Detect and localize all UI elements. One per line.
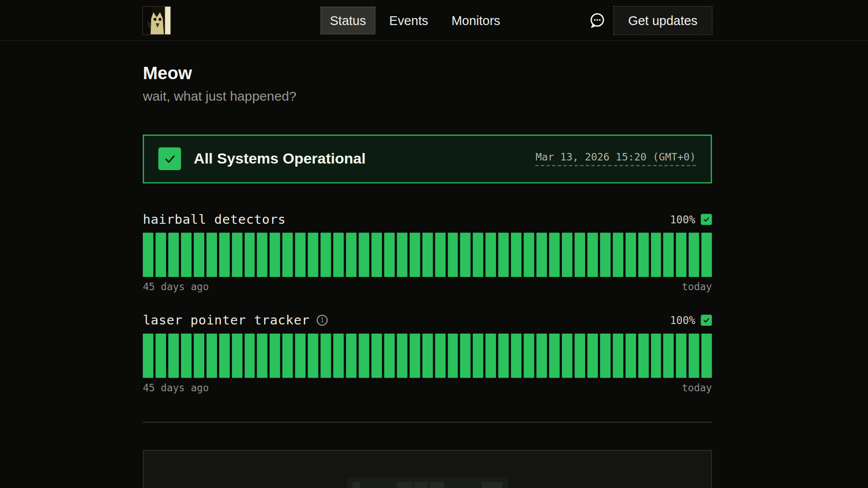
uptime-bar[interactable] [562, 233, 572, 277]
uptime-bar[interactable] [613, 233, 623, 277]
uptime-bar[interactable] [371, 333, 382, 378]
uptime-bar[interactable] [486, 333, 496, 378]
uptime-bar[interactable] [333, 233, 344, 277]
uptime-bar[interactable] [181, 233, 192, 277]
tab-monitors[interactable]: Monitors [442, 6, 510, 34]
uptime-bar[interactable] [638, 333, 648, 378]
tab-status[interactable]: Status [321, 6, 376, 34]
uptime-bar[interactable] [435, 333, 445, 378]
uptime-bar[interactable] [422, 333, 433, 378]
uptime-bar[interactable] [181, 333, 192, 378]
uptime-bar[interactable] [397, 233, 407, 277]
uptime-bar[interactable] [435, 233, 445, 277]
get-updates-button[interactable]: Get updates [613, 6, 712, 35]
uptime-bar[interactable] [663, 233, 674, 277]
uptime-bar[interactable] [422, 233, 433, 277]
uptime-bar[interactable] [333, 333, 344, 378]
uptime-bar[interactable] [308, 333, 318, 378]
uptime-bar[interactable] [282, 333, 293, 378]
uptime-bar[interactable] [219, 233, 230, 277]
uptime-bar[interactable] [651, 333, 661, 378]
uptime-bar[interactable] [460, 233, 471, 277]
uptime-bar[interactable] [143, 333, 153, 378]
uptime-bar[interactable] [587, 233, 598, 277]
uptime-bar[interactable] [156, 333, 166, 378]
uptime-bar[interactable] [397, 333, 407, 378]
uptime-bar[interactable] [270, 233, 280, 277]
uptime-bar[interactable] [524, 233, 534, 277]
uptime-bar[interactable] [257, 333, 268, 378]
uptime-bar[interactable] [295, 233, 306, 277]
uptime-bar[interactable] [575, 333, 585, 378]
uptime-bar[interactable] [460, 333, 471, 378]
uptime-bar[interactable] [270, 333, 280, 378]
uptime-bar[interactable] [638, 233, 648, 277]
uptime-bar[interactable] [536, 233, 547, 277]
uptime-bar[interactable] [371, 233, 382, 277]
uptime-bar[interactable] [676, 233, 687, 277]
uptime-bar[interactable] [231, 233, 242, 277]
uptime-bar[interactable] [651, 233, 661, 277]
uptime-bar[interactable] [206, 233, 217, 277]
uptime-bar[interactable] [702, 233, 712, 277]
info-icon[interactable]: i [317, 314, 328, 325]
uptime-bar[interactable] [549, 233, 560, 277]
uptime-bar[interactable] [676, 333, 687, 378]
uptime-bar[interactable] [346, 233, 357, 277]
uptime-bar[interactable] [168, 333, 179, 378]
uptime-bar[interactable] [409, 233, 420, 277]
uptime-bar[interactable] [600, 233, 611, 277]
uptime-bar[interactable] [321, 333, 331, 378]
uptime-bar[interactable] [321, 233, 331, 277]
uptime-bar[interactable] [244, 333, 255, 378]
uptime-bar[interactable] [409, 333, 420, 378]
uptime-bar-chart[interactable] [143, 333, 712, 378]
uptime-bar[interactable] [511, 333, 521, 378]
uptime-bar[interactable] [626, 233, 636, 277]
uptime-bar[interactable] [663, 333, 674, 378]
uptime-bar[interactable] [702, 333, 712, 378]
uptime-bar[interactable] [448, 233, 458, 277]
uptime-bar[interactable] [689, 233, 699, 277]
uptime-bar[interactable] [486, 233, 496, 277]
uptime-bar[interactable] [448, 333, 458, 378]
chat-bubble-icon[interactable] [588, 11, 606, 29]
uptime-bar[interactable] [295, 333, 306, 378]
uptime-bar[interactable] [613, 333, 623, 378]
uptime-bar[interactable] [689, 333, 699, 378]
uptime-bar[interactable] [384, 233, 394, 277]
uptime-bar[interactable] [156, 233, 166, 277]
uptime-bar[interactable] [168, 233, 179, 277]
uptime-bar[interactable] [359, 333, 369, 378]
uptime-bar[interactable] [282, 233, 293, 277]
uptime-bar[interactable] [244, 233, 255, 277]
uptime-bar[interactable] [498, 333, 509, 378]
uptime-bar[interactable] [206, 333, 217, 378]
uptime-bar[interactable] [473, 233, 484, 277]
status-timestamp[interactable]: Mar 13, 2026 15:20 (GMT+0) [535, 151, 696, 166]
tab-events[interactable]: Events [380, 6, 438, 34]
uptime-bar[interactable] [384, 333, 394, 378]
uptime-bar[interactable] [143, 233, 153, 277]
uptime-bar[interactable] [575, 233, 585, 277]
site-logo[interactable] [143, 6, 170, 34]
uptime-bar[interactable] [587, 333, 598, 378]
uptime-bar[interactable] [511, 233, 521, 277]
uptime-bar[interactable] [308, 233, 318, 277]
uptime-bar[interactable] [562, 333, 572, 378]
uptime-bar[interactable] [626, 333, 636, 378]
uptime-bar[interactable] [536, 333, 547, 378]
uptime-bar[interactable] [231, 333, 242, 378]
uptime-bar[interactable] [498, 233, 509, 277]
uptime-bar[interactable] [257, 233, 268, 277]
uptime-bar[interactable] [549, 333, 560, 378]
uptime-bar[interactable] [524, 333, 534, 378]
uptime-bar[interactable] [346, 333, 357, 378]
uptime-bar[interactable] [600, 333, 611, 378]
uptime-bar[interactable] [359, 233, 369, 277]
uptime-bar[interactable] [473, 333, 484, 378]
uptime-bar[interactable] [194, 233, 204, 277]
uptime-bar[interactable] [219, 333, 230, 378]
uptime-bar[interactable] [194, 333, 204, 378]
uptime-bar-chart[interactable] [143, 233, 712, 277]
